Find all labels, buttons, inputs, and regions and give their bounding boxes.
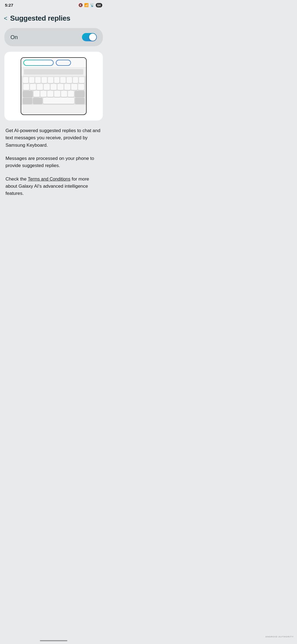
kbd-key	[54, 91, 60, 97]
status-bar: 5:27 🔇 📶 📡 64	[0, 0, 107, 9]
kbd-key-backspace	[75, 91, 85, 97]
kbd-row-4	[23, 98, 84, 104]
kbd-key	[78, 84, 84, 90]
kbd-key	[23, 77, 28, 83]
back-button[interactable]: <	[4, 15, 7, 21]
toggle-row[interactable]: On	[4, 28, 103, 46]
mute-icon: 🔇	[78, 3, 83, 7]
description-block-1: Get AI-powered suggested replies to chat…	[6, 127, 102, 149]
terms-and-conditions-link[interactable]: Terms and Conditions	[28, 177, 70, 181]
kbd-row-3	[23, 91, 84, 97]
wifi-icon: 📶	[84, 3, 89, 7]
kbd-key	[57, 84, 64, 90]
kbd-row-1	[23, 77, 84, 83]
kbd-key	[67, 77, 72, 83]
kbd-suggestions-bar	[21, 58, 86, 68]
kbd-row-2	[23, 84, 84, 90]
kbd-key	[64, 84, 70, 90]
status-icons: 🔇 📶 📡 64	[78, 3, 102, 7]
description-section: Get AI-powered suggested replies to chat…	[0, 127, 107, 197]
kbd-key-shift	[23, 91, 33, 97]
kbd-key-symbols	[23, 98, 32, 104]
kbd-key	[34, 91, 40, 97]
kbd-keys-area	[21, 76, 86, 105]
header: < Suggested replies	[0, 9, 107, 26]
kbd-key	[44, 84, 50, 90]
kbd-key-emoji	[33, 98, 42, 104]
description-text-2: Messages are processed on your phone to …	[6, 156, 94, 168]
kbd-key	[71, 84, 77, 90]
kbd-key	[30, 84, 36, 90]
page-title: Suggested replies	[10, 14, 70, 23]
kbd-key	[60, 77, 66, 83]
kbd-key	[40, 91, 46, 97]
kbd-key	[61, 91, 67, 97]
kbd-key	[79, 77, 84, 83]
kbd-suggestion-pill-1	[23, 60, 54, 66]
kbd-key	[47, 91, 53, 97]
signal-icon: 📡	[90, 3, 94, 7]
kbd-key	[54, 77, 60, 83]
description-block-2: Messages are processed on your phone to …	[6, 155, 102, 170]
kbd-key	[68, 91, 74, 97]
description-text-3-before: Check the	[6, 176, 28, 182]
kbd-key	[37, 84, 43, 90]
status-time: 5:27	[5, 3, 13, 7]
kbd-key	[35, 77, 41, 83]
description-block-3: Check the Terms and Conditions for more …	[6, 176, 102, 197]
kbd-key	[73, 77, 78, 83]
kbd-spacebar	[43, 98, 74, 104]
description-text-1: Get AI-powered suggested replies to chat…	[6, 128, 100, 148]
kbd-suggestion-pill-2	[56, 60, 71, 66]
battery-level: 64	[96, 3, 102, 7]
kbd-text-area	[24, 69, 83, 75]
toggle-label: On	[10, 34, 18, 40]
kbd-key	[48, 77, 53, 83]
illustration-card	[4, 52, 103, 121]
kbd-key	[29, 77, 35, 83]
kbd-key	[42, 77, 47, 83]
keyboard-illustration	[21, 57, 87, 115]
kbd-key	[23, 84, 29, 90]
kbd-key	[51, 84, 57, 90]
toggle-switch[interactable]	[82, 33, 97, 41]
toggle-knob	[89, 34, 96, 41]
kbd-key-enter	[75, 98, 84, 104]
